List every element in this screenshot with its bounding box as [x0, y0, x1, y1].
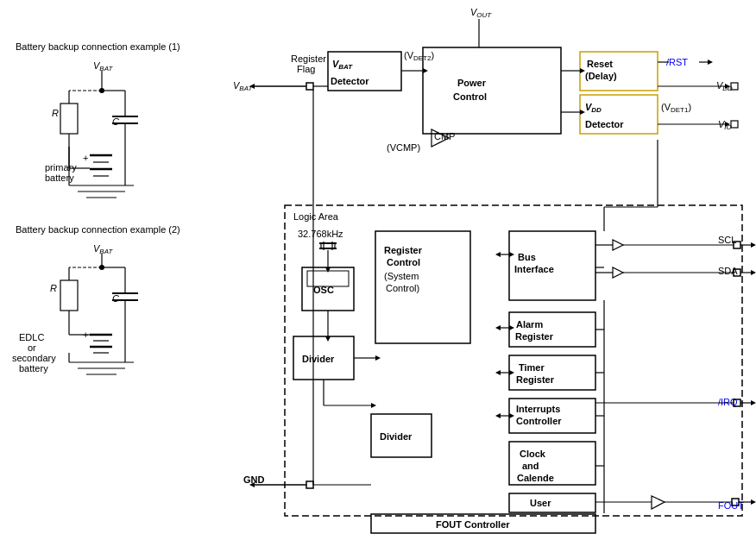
battery-label: battery: [19, 363, 48, 374]
r2-label: R: [50, 283, 57, 293]
interrupts-label: Interrupts: [516, 404, 560, 414]
vdet1-label: (VDET1): [661, 102, 691, 114]
divider2-label: Divider: [380, 431, 413, 442]
freq-label: 32.768kHz: [298, 229, 343, 239]
svg-marker-100: [751, 270, 756, 275]
svg-marker-138: [325, 267, 331, 273]
reg-control-label2: Control: [387, 257, 420, 267]
reset-delay-label: Reset: [587, 59, 613, 69]
reg-control-label4: Control): [386, 283, 419, 293]
svg-marker-126: [509, 413, 514, 418]
svg-marker-104: [751, 400, 756, 405]
battery-example1-title: Battery backup connection example (1): [16, 41, 180, 52]
alarm-register-label: Alarm: [516, 319, 543, 330]
c1-label: C: [112, 116, 119, 127]
vdet2-label: (VDET2): [404, 50, 434, 62]
vbat-label1: VBAT: [93, 60, 113, 72]
vout-label: VOUT: [470, 7, 492, 19]
diagram-container: Battery backup connection example (1) VB…: [0, 0, 756, 540]
interrupts-label2: Controller: [516, 416, 562, 426]
svg-rect-72: [509, 312, 595, 347]
svg-marker-49: [423, 68, 428, 73]
r1-label: R: [52, 108, 59, 118]
svg-marker-95: [613, 267, 623, 278]
secondary-battery-label: secondary: [12, 353, 56, 363]
svg-marker-94: [751, 242, 756, 248]
logic-area-label: Logic Area: [293, 211, 339, 222]
svg-marker-125: [495, 413, 501, 418]
svg-rect-5: [60, 104, 78, 134]
svg-marker-89: [613, 240, 623, 250]
svg-marker-53: [708, 60, 713, 65]
register-flag-label2: Flag: [297, 64, 315, 74]
svg-marker-123: [509, 370, 514, 375]
svg-rect-76: [509, 493, 595, 512]
or-label: or: [28, 342, 36, 353]
svg-rect-73: [509, 355, 595, 390]
vdd-detector-label: VDD: [585, 102, 602, 114]
svg-marker-110: [751, 499, 756, 505]
edlc-label: EDLC: [19, 332, 44, 342]
svg-marker-85: [375, 355, 381, 361]
primary-battery-label: primary: [45, 162, 77, 173]
alarm-register-label2: Register: [515, 331, 554, 342]
irq-label: /IRQ: [718, 397, 738, 407]
svg-marker-88: [371, 403, 376, 408]
primary-battery-label2: battery: [45, 173, 74, 183]
c2-label: C: [112, 293, 119, 304]
svg-marker-119: [495, 325, 501, 330]
clock-label2: and: [522, 461, 539, 471]
rst-label: /RST: [666, 57, 688, 67]
svg-rect-27: [60, 280, 78, 311]
vbat-label2: VBAT: [93, 243, 113, 255]
plus1: +: [83, 153, 88, 163]
reg-control-label: Register: [384, 245, 423, 255]
svg-marker-117: [509, 252, 514, 257]
svg-marker-83: [325, 336, 331, 342]
bus-interface-label2: Interface: [514, 264, 554, 274]
timer-register-label2: Register: [516, 374, 555, 385]
reset-delay-label2: (Delay): [585, 71, 617, 81]
reg-control-label3: (System: [384, 271, 419, 281]
clock-label3: Calende: [517, 473, 554, 483]
sda-label: SDA: [718, 266, 738, 276]
cmp-label: CMP: [434, 131, 455, 141]
power-control-label: Power: [457, 78, 487, 88]
timer-register-label: Timer: [519, 362, 545, 373]
clock-label: Clock: [520, 449, 546, 459]
vbat-detector-label2: Detector: [331, 76, 369, 86]
bus-interface-label: Bus: [518, 252, 536, 262]
fout-controller-label: FOUT Controller: [436, 519, 510, 530]
vio-label: VIO: [718, 119, 732, 131]
register-flag-label: Register: [291, 53, 326, 64]
user-label: User: [530, 498, 551, 508]
power-control-label2: Control: [453, 91, 487, 102]
vdd-detector-label2: Detector: [585, 119, 624, 129]
svg-marker-120: [509, 325, 514, 330]
svg-rect-62: [731, 121, 738, 128]
svg-marker-116: [495, 252, 501, 257]
vcmp-label: (VCMP): [387, 142, 420, 153]
svg-marker-105: [652, 496, 665, 509]
svg-rect-46: [423, 47, 561, 134]
vbat-detector-label: VBAT: [332, 59, 353, 71]
battery-example2-title: Battery backup connection example (2): [16, 224, 180, 235]
divider1-label: Divider: [302, 354, 335, 364]
svg-rect-68: [306, 83, 313, 90]
svg-rect-113: [306, 481, 313, 488]
svg-marker-122: [495, 370, 501, 375]
